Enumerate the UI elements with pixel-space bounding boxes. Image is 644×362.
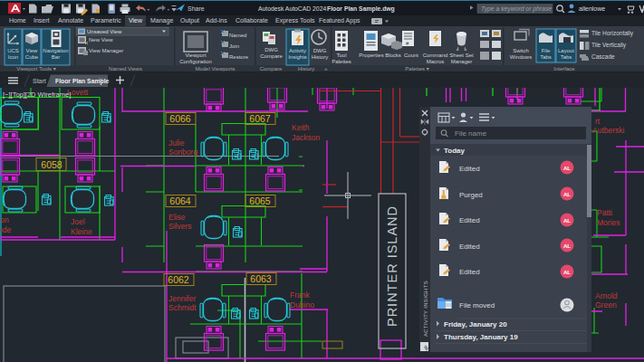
svg-text:Purged: Purged [459,191,483,199]
svg-text:6067: 6067 [249,113,271,124]
svg-text:Kleine: Kleine [71,227,92,236]
svg-text:[−][Top][2D Wireframe]: [−][Top][2D Wireframe] [3,90,71,99]
svg-text:Edited: Edited [459,243,480,251]
svg-text:Patti: Patti [597,208,612,217]
svg-text:AL: AL [563,165,571,171]
svg-text:Arnold: Arnold [595,291,618,300]
svg-text:6063: 6063 [250,273,272,284]
svg-text:Cascade: Cascade [591,53,615,60]
svg-text:AL: AL [563,269,571,275]
svg-text:PRINTER ISLAND: PRINTER ISLAND [385,205,399,327]
svg-text:Sonborg: Sonborg [168,148,197,157]
svg-text:Edited: Edited [459,268,480,276]
svg-text:Jackson: Jackson [292,133,320,142]
svg-text:Thursday, January 19: Thursday, January 19 [444,333,518,341]
svg-text:Floor Plan Sample.dwg: Floor Plan Sample.dwg [327,5,395,13]
svg-text:Type a keyword or phrase: Type a keyword or phrase [481,5,552,13]
svg-text:Keith: Keith [292,123,310,132]
svg-text:Jennifer: Jennifer [168,294,196,303]
svg-text:Tile Horizontally: Tile Horizontally [591,30,634,37]
svg-text:File moved: File moved [459,301,495,310]
svg-text:Joel: Joel [71,217,85,226]
svg-text:Today: Today [444,147,466,155]
svg-text:Floor Plan Sample: Floor Plan Sample [55,78,110,85]
svg-text:AL: AL [563,243,571,249]
svg-text:6064: 6064 [169,195,191,206]
svg-text:Autberski: Autberski [592,126,625,135]
svg-text:Friday, January 20: Friday, January 20 [444,320,507,329]
svg-text:ACTIVITY INSIGHTS: ACTIVITY INSIGHTS [423,281,428,337]
svg-text:Elise: Elise [168,213,186,222]
svg-text:allenlowe: allenlowe [579,5,605,12]
svg-text:Mories: Mories [597,218,620,227]
svg-text:Share: Share [187,5,205,12]
svg-text:6065: 6065 [249,195,271,206]
svg-text:Edited: Edited [459,165,480,173]
svg-text:Start: Start [33,78,46,84]
svg-text:6066: 6066 [169,113,191,124]
svg-text:Julie: Julie [168,138,185,148]
svg-text:Dubino: Dubino [290,300,314,310]
svg-text:Autodesk AutoCAD 2024: Autodesk AutoCAD 2024 [258,5,326,12]
svg-text:AL: AL [563,217,571,224]
svg-text:Edited: Edited [459,216,480,224]
svg-text:Tile Vertically: Tile Vertically [591,42,627,49]
svg-text:6058: 6058 [41,159,62,170]
svg-text:6062: 6062 [168,274,189,285]
svg-text:Silvers: Silvers [168,222,192,231]
svg-text:AL: AL [563,191,571,197]
svg-text:Schmidt: Schmidt [168,303,197,312]
svg-text:ton: ton [0,215,9,224]
svg-text:ode: ode [0,225,11,234]
svg-text:Frank: Frank [290,291,310,300]
svg-text:rt: rt [595,117,601,126]
svg-text:File name: File name [455,129,487,138]
svg-text:Green: Green [595,300,617,310]
